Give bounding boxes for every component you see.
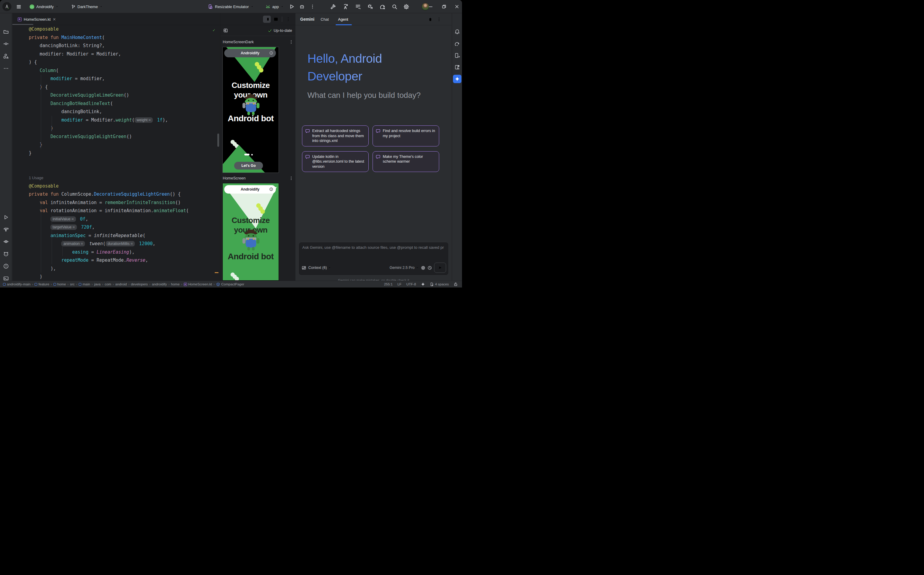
inspections-ok-icon[interactable]: ✓ [213,28,215,32]
code-line[interactable]: DecorativeSquiggleLightGreen() [12,133,220,141]
device-selector[interactable]: Resizable Emulator [208,0,254,13]
code-line[interactable]: @Composable [12,182,220,191]
phone-preview-dark[interactable]: Androidify Customize your own [223,47,279,173]
tab-homescreen-kt[interactable]: K HomeScreen.kt ✕ [16,13,57,25]
gemini-settings-icon[interactable] [421,265,425,270]
profiler-icon[interactable] [367,0,373,13]
context-dropdown[interactable]: Context (6) [308,265,331,270]
breadcrumb-item[interactable]: java [94,283,100,286]
gemini-tool-icon[interactable] [453,75,461,83]
search-everywhere-icon[interactable] [392,0,398,13]
code-line[interactable]: modifier = Modifier.weight(weight = 1f), [12,116,220,124]
code-line[interactable]: 1 Usage [12,174,220,182]
code-line[interactable]: Column( [12,67,220,75]
breadcrumb-item[interactable]: androidify [152,283,167,286]
code-line[interactable]: ) [12,124,220,133]
breadcrumb-item[interactable]: android [115,283,127,286]
history-icon[interactable] [428,265,432,270]
lock-icon[interactable] [453,282,458,286]
breadcrumb-item[interactable]: KHomeScreen.kt [184,283,212,286]
more-tools-icon[interactable] [2,64,10,73]
editor-scrollbar-thumb[interactable] [217,133,219,147]
lets-go-button[interactable]: Let's Go [234,162,263,170]
gradle-tool-icon[interactable] [453,39,461,48]
breadcrumb-item[interactable]: home [53,283,66,286]
code-line[interactable]: val infiniteAnimation = rememberInfinite… [12,199,220,207]
structure-tool-icon[interactable] [2,52,10,60]
code-line[interactable]: animation = tween(durationMillis = 12000… [12,240,220,248]
hide-panel-icon[interactable] [443,16,450,22]
code-line[interactable]: DecorativeSquiggleLimeGreen() [12,91,220,100]
attach-image-icon[interactable] [302,265,306,270]
running-devices-icon[interactable] [453,63,461,71]
model-dropdown[interactable]: Gemini 2.5 Pro [390,265,419,270]
debug-button[interactable] [299,0,305,13]
window-restore-button[interactable] [442,0,446,13]
tab-chat[interactable]: Chat [321,13,329,25]
ai-code-transform-icon[interactable] [342,0,348,13]
build-hammer-icon[interactable] [330,0,336,13]
preview-item-menu-icon[interactable] [289,40,293,44]
suggestion-card[interactable]: Make my Theme's color scheme warmer [372,151,439,172]
caret-position[interactable]: 255:1 [384,283,393,286]
code-line[interactable]: } [12,141,220,149]
line-ending[interactable]: LF [398,283,401,286]
code-line[interactable]: initialValue = 0f, [12,215,220,224]
settings-gear-icon[interactable] [404,0,409,13]
build-tool-icon[interactable] [2,226,10,234]
code-line[interactable]: DancingBotHeadlineText( [12,100,220,108]
design-view-icon[interactable] [272,16,280,23]
vcs-branch-widget[interactable]: DarkTheme [71,0,103,13]
main-menu-button[interactable] [16,0,21,13]
code-line[interactable]: dancingBotLink, [12,108,220,116]
window-close-button[interactable] [455,0,459,13]
phone-preview-light[interactable]: Androidify Customize your own [223,183,279,281]
tab-close-icon[interactable]: ✕ [53,17,56,22]
project-tool-icon[interactable] [2,28,10,36]
code-line[interactable]: ) [12,273,220,281]
run-tool-icon[interactable] [2,213,10,221]
code-editor[interactable]: K HomeScreen.kt ✕ @Composableprivate fun… [12,13,220,281]
suggestion-card[interactable]: Find and resolve build errors in my proj… [372,125,439,146]
window-minimize-button[interactable] [428,0,433,13]
suggestion-card[interactable]: Update kotlin in @libs.version.toml to t… [302,151,369,172]
delete-conversation-icon[interactable] [427,16,434,22]
more-run-options-button[interactable] [310,0,315,13]
code-line[interactable]: ), [12,265,220,273]
breadcrumb[interactable]: androidify-main›feature›home›src›main›ja… [0,283,244,286]
code-line[interactable]: @Composable [12,25,220,33]
gradle-sync-icon[interactable] [379,0,385,13]
preview-layout-icon[interactable] [223,28,228,33]
code-line[interactable]: ) { [12,58,220,67]
problems-tool-icon[interactable] [2,262,10,270]
run-button[interactable] [289,0,294,13]
indent-setting[interactable]: 4 spaces [430,283,449,286]
preview-item-menu-icon[interactable] [289,176,293,180]
code-line[interactable]: private fun ColumnScope.DecorativeSquigg… [12,190,220,199]
code-line[interactable]: val rotationAnimation = infiniteAnimatio… [12,207,220,215]
run-config-widget[interactable]: app [266,0,284,13]
breadcrumb-item[interactable]: home [171,283,180,286]
device-manager-icon[interactable] [453,51,461,60]
code-line[interactable]: repeatMode = RepeatMode.Reverse, [12,256,220,265]
file-encoding[interactable]: UTF-8 [406,283,416,286]
breadcrumb-item[interactable]: main [79,283,90,286]
commit-tool-icon[interactable] [2,40,10,48]
code-line[interactable]: } [12,149,220,157]
code-line[interactable]: dancingBotLink: String?, [12,42,220,50]
preview-more-icon[interactable] [284,16,292,23]
profiler-tool-icon[interactable] [2,237,10,246]
breadcrumb-item[interactable]: src [70,283,75,286]
notifications-bell-icon[interactable] [453,28,461,36]
logcat-tool-icon[interactable] [2,250,10,258]
breadcrumb-item[interactable]: com [105,283,111,286]
code-view-icon[interactable] [254,16,262,23]
code-line[interactable] [12,166,220,174]
code-line[interactable]: ) { [12,83,220,92]
suggestion-card[interactable]: Extract all hardcoded strings from this … [302,125,369,146]
gemini-menu-icon[interactable] [436,16,442,22]
code-line[interactable]: private fun MainHomeContent( [12,33,220,42]
code-area[interactable]: @Composableprivate fun MainHomeContent( … [12,25,220,281]
breadcrumb-item[interactable]: androidify-main [3,283,30,286]
breadcrumb-item[interactable]: CompactPager [216,283,244,286]
